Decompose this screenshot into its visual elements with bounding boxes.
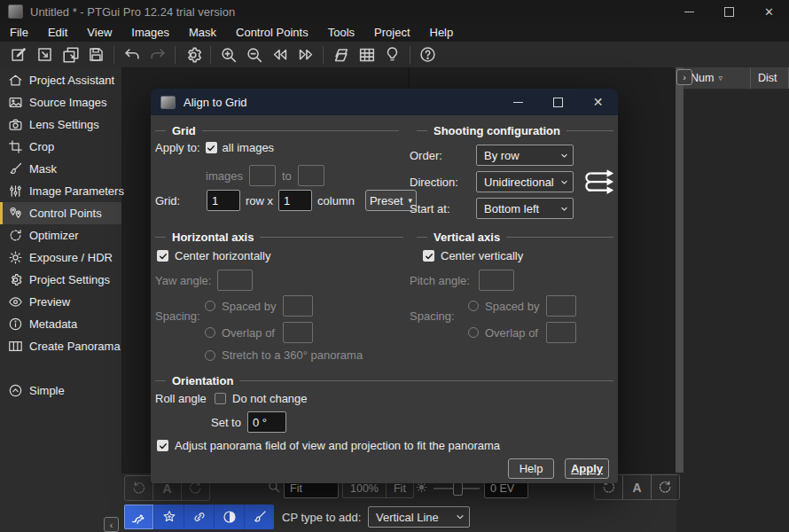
h-stretch-label: Stretch to a 360° panorama: [222, 348, 363, 362]
dialog-titlebar[interactable]: Align to Grid ✕: [151, 89, 618, 115]
close-icon: ✕: [593, 95, 604, 109]
yaw-angle-label: Yaw angle:: [155, 274, 212, 287]
pitch-angle-row: Pitch angle:: [410, 270, 514, 291]
new-project-button[interactable]: [6, 43, 32, 66]
zoom-in-button[interactable]: [215, 43, 241, 66]
panorama-editor-icon: [332, 45, 351, 65]
center-vertically-row: Center vertically: [423, 249, 523, 262]
menu-tools[interactable]: Tools: [318, 23, 364, 42]
adjust-panorama-row: Adjust panorama field of view and projec…: [157, 439, 500, 452]
save-project-button[interactable]: [83, 43, 109, 66]
v-spaced-by-row: Spaced by: [468, 295, 576, 317]
toolbar-separator: [410, 46, 410, 64]
sidebar-item-crop[interactable]: Crop: [0, 136, 121, 158]
cp-type-select[interactable]: Vertical Line: [368, 506, 470, 528]
set-to-input[interactable]: [247, 411, 286, 433]
menu-project[interactable]: Project: [364, 23, 419, 42]
v-spaced-by-label: Spaced by: [485, 300, 540, 313]
dialog-maximize-button[interactable]: [538, 89, 578, 115]
to-label: to: [282, 169, 292, 183]
sidebar-item-exposure-hdr[interactable]: Exposure / HDR: [0, 246, 121, 269]
zoom-out-button[interactable]: [241, 43, 267, 66]
cp-auto-tool-button[interactable]: [124, 505, 154, 529]
apply-button[interactable]: Apply: [565, 458, 609, 479]
help-button[interactable]: Help: [508, 458, 554, 479]
toolbar-separator: [323, 46, 324, 64]
panorama-editor-button[interactable]: [328, 43, 354, 66]
kangaroo-icon: [130, 509, 147, 526]
menu-file[interactable]: File: [0, 23, 38, 42]
grid-columns-input[interactable]: [278, 190, 312, 211]
sidebar-item-metadata[interactable]: Metadata: [0, 313, 121, 335]
column-header-num[interactable]: Num ▿: [684, 67, 751, 89]
cp-link-tool-button[interactable]: [184, 505, 215, 529]
adjust-panorama-checkbox[interactable]: [157, 440, 168, 451]
sidebar-item-project-assistant[interactable]: Project Assistant: [0, 69, 121, 91]
column-header-dist[interactable]: Dist: [751, 67, 789, 89]
duplicate-project-button[interactable]: [58, 43, 83, 66]
grid-label: Grid:: [155, 194, 201, 207]
chevron-up-circle-icon: [8, 383, 23, 398]
center-vertically-checkbox[interactable]: [423, 250, 434, 262]
undo-icon: [122, 45, 142, 65]
expand-panel-button[interactable]: ›: [676, 69, 692, 85]
grid-view-button[interactable]: [354, 43, 379, 66]
rotate-ccw-button: [125, 476, 153, 500]
grid-rows-input[interactable]: [207, 190, 240, 211]
v-overlap-label: Overlap of: [485, 326, 540, 340]
open-project-icon: [35, 45, 54, 64]
menu-view[interactable]: View: [77, 23, 121, 42]
maximize-icon: [553, 98, 563, 107]
undo-button[interactable]: [119, 43, 145, 66]
sidebar-item-mask[interactable]: Mask: [0, 158, 121, 180]
letter-a-button[interactable]: A: [623, 475, 652, 499]
menu-control-points[interactable]: Control Points: [226, 23, 318, 42]
dialog-close-button[interactable]: ✕: [578, 89, 618, 115]
minimize-button[interactable]: [669, 0, 709, 23]
all-images-checkbox[interactable]: [206, 142, 217, 153]
cp-brush-tool-button[interactable]: [245, 505, 274, 529]
do-not-change-checkbox[interactable]: [215, 393, 226, 404]
maximize-button[interactable]: [709, 0, 749, 23]
order-row: Order: By row: [410, 145, 574, 166]
sidebar-item-create-panorama[interactable]: Create Panorama: [0, 335, 121, 357]
menu-mask[interactable]: Mask: [179, 23, 226, 42]
next-pair-button[interactable]: [293, 43, 318, 66]
panel-splitter[interactable]: [676, 67, 684, 473]
sort-desc-icon: ▿: [718, 74, 723, 82]
h-overlap-radio: [205, 327, 215, 338]
dialog-minimize-button[interactable]: [498, 89, 538, 115]
camera-icon: [8, 117, 23, 132]
gear-icon: [8, 272, 23, 287]
order-select[interactable]: By row: [476, 145, 574, 166]
menu-edit[interactable]: Edit: [38, 23, 77, 42]
help-button-toolbar[interactable]: [415, 43, 441, 66]
direction-select[interactable]: Unidirectional: [476, 171, 574, 192]
cp-contrast-tool-button[interactable]: [215, 505, 245, 529]
collapse-sidebar-button[interactable]: ‹: [104, 517, 119, 532]
apply-to-row: Apply to: all images: [155, 141, 274, 154]
redo-button: [145, 43, 170, 66]
ev-slider-handle[interactable]: [453, 482, 463, 496]
menu-images[interactable]: Images: [121, 23, 179, 42]
close-button[interactable]: ✕: [749, 0, 789, 23]
sidebar-item-project-settings[interactable]: Project Settings: [0, 269, 121, 291]
lightbulb-button[interactable]: [379, 43, 405, 66]
sidebar-item-preview[interactable]: Preview: [0, 291, 121, 313]
start-at-select[interactable]: Bottom left: [476, 198, 574, 219]
menu-help[interactable]: Help: [420, 23, 464, 42]
rotate-cw-button[interactable]: [652, 475, 679, 499]
center-horizontally-checkbox[interactable]: [157, 250, 168, 262]
h-stretch-row: Stretch to a 360° panorama: [205, 348, 363, 362]
sidebar-item-control-points[interactable]: Control Points: [0, 202, 121, 224]
sidebar-item-simple[interactable]: Simple: [0, 379, 121, 402]
cp-star-tool-button[interactable]: [154, 505, 184, 529]
open-project-button[interactable]: [32, 43, 58, 66]
sidebar-item-lens-settings[interactable]: Lens Settings: [0, 113, 121, 136]
sidebar-item-optimizer[interactable]: Optimizer: [0, 224, 121, 246]
sidebar-item-image-parameters[interactable]: Image Parameters: [0, 180, 121, 202]
settings-button[interactable]: [180, 43, 206, 66]
sidebar-item-source-images[interactable]: Source Images: [0, 91, 121, 113]
pitch-angle-label: Pitch angle:: [410, 274, 473, 287]
previous-pair-button[interactable]: [267, 43, 293, 66]
